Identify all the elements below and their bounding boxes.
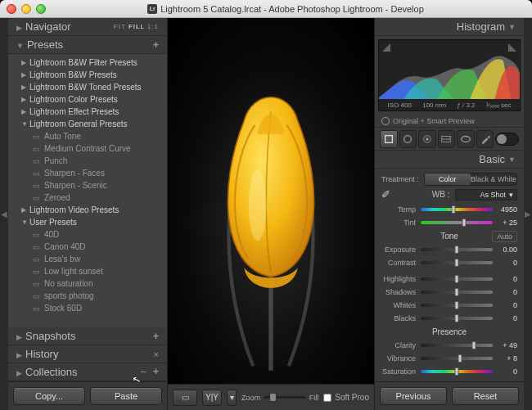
- contrast-value[interactable]: 0: [493, 259, 517, 267]
- preset-item[interactable]: ▭Sharpen - Scenic: [8, 179, 167, 191]
- preset-item[interactable]: ▭Canon 40D: [8, 241, 167, 253]
- soft-proof-checkbox[interactable]: [323, 394, 331, 402]
- preset-item[interactable]: ▭Stock 60D: [8, 302, 167, 314]
- add-collection-button[interactable]: +: [153, 366, 159, 378]
- loupe-view-button[interactable]: ▭: [173, 390, 197, 406]
- preset-folder[interactable]: ▶Lightroom B&W Presets: [8, 69, 167, 81]
- tint-slider[interactable]: [421, 221, 493, 224]
- highlights-slider[interactable]: [421, 277, 493, 281]
- snapshots-header[interactable]: ▶Snapshots +: [8, 327, 167, 345]
- graduated-filter-tool[interactable]: [438, 130, 456, 148]
- exposure-value[interactable]: 0.00: [493, 246, 517, 254]
- clarity-slider[interactable]: [421, 344, 493, 347]
- image-preview[interactable]: [168, 18, 374, 384]
- collections-header[interactable]: ▶Collections − +: [8, 363, 167, 381]
- vibrance-value[interactable]: + 8: [493, 354, 517, 363]
- shadows-slider[interactable]: [421, 291, 493, 294]
- preset-item[interactable]: ▭sports photog: [8, 290, 167, 302]
- blacks-value[interactable]: 0: [493, 314, 517, 322]
- left-edge-expand[interactable]: ◀: [0, 18, 8, 410]
- soft-proof-toggle[interactable]: Soft Proo: [323, 393, 369, 402]
- before-after-button[interactable]: Y|Y: [202, 390, 222, 406]
- saturation-value[interactable]: 0: [493, 367, 517, 376]
- blacks-slider[interactable]: [421, 317, 493, 320]
- presets-header[interactable]: ▼Presets +: [8, 36, 167, 54]
- temp-value[interactable]: 4950: [493, 205, 517, 214]
- slider-thumb[interactable]: [455, 314, 459, 322]
- panel-switch[interactable]: [495, 133, 519, 146]
- exposure-slider[interactable]: [421, 248, 493, 251]
- slider-thumb[interactable]: [455, 288, 459, 296]
- vibrance-slider[interactable]: [421, 357, 493, 360]
- preset-item[interactable]: ▭Punch: [8, 155, 167, 167]
- red-eye-tool[interactable]: [418, 130, 436, 148]
- zoom-button[interactable]: [36, 4, 46, 14]
- copy-button[interactable]: Copy...: [13, 387, 85, 405]
- shadows-value[interactable]: 0: [493, 288, 517, 296]
- add-preset-button[interactable]: +: [153, 39, 159, 51]
- preset-item[interactable]: ▭Low light sunset: [8, 265, 167, 277]
- treatment-color[interactable]: Color: [425, 173, 471, 185]
- preset-item[interactable]: ▭40D: [8, 228, 167, 241]
- histogram-display[interactable]: ISO 400 100 mm ƒ / 3.2 ¹⁄₅₀₀₀ sec: [378, 39, 521, 111]
- collections-minus-button[interactable]: −: [140, 366, 147, 378]
- close-button[interactable]: [7, 4, 16, 14]
- preset-folder[interactable]: ▶Lightroom Video Presets: [8, 204, 167, 216]
- nav-fill[interactable]: FILL: [128, 23, 145, 30]
- radial-filter-tool[interactable]: [457, 130, 475, 148]
- adjustment-brush-tool[interactable]: [476, 130, 494, 148]
- navigator-zoom-options[interactable]: FIT FILL 1:1: [114, 23, 159, 30]
- slider-thumb[interactable]: [455, 301, 459, 309]
- nav-11[interactable]: 1:1: [147, 23, 159, 30]
- auto-tone-button[interactable]: Auto: [492, 231, 517, 242]
- spot-removal-tool[interactable]: [399, 130, 417, 148]
- contrast-slider[interactable]: [421, 261, 493, 264]
- slider-thumb[interactable]: [472, 341, 476, 349]
- histogram-header[interactable]: Histogram ▼: [375, 18, 524, 36]
- wb-preset-dropdown[interactable]: As Shot▾: [455, 189, 518, 200]
- history-header[interactable]: ▶History ×: [8, 345, 167, 363]
- preset-folder[interactable]: ▼Lightroom General Presets: [8, 118, 167, 130]
- slider-thumb[interactable]: [455, 246, 459, 254]
- whites-value[interactable]: 0: [493, 301, 517, 309]
- tint-value[interactable]: + 25: [493, 219, 517, 227]
- slider-thumb[interactable]: [462, 219, 466, 227]
- slider-thumb[interactable]: [455, 275, 459, 283]
- preset-folder[interactable]: ▶Lightroom Effect Presets: [8, 106, 167, 118]
- preset-folder[interactable]: ▶Lightroom Color Presets: [8, 93, 167, 106]
- highlights-value[interactable]: 0: [493, 275, 517, 283]
- saturation-slider[interactable]: [421, 370, 493, 373]
- basic-header[interactable]: Basic ▼: [375, 151, 524, 169]
- zoom-slider[interactable]: Zoom Fill: [241, 394, 318, 402]
- previous-button[interactable]: Previous: [380, 387, 447, 405]
- clear-history-button[interactable]: ×: [154, 349, 159, 359]
- right-edge-expand[interactable]: ▶: [524, 18, 532, 410]
- add-snapshot-button[interactable]: +: [153, 331, 159, 342]
- reset-button[interactable]: Reset: [452, 387, 519, 405]
- preset-folder[interactable]: ▼User Presets: [8, 216, 167, 228]
- shadow-clip-indicator[interactable]: [382, 43, 390, 52]
- preset-item[interactable]: ▭Sharpen - Faces: [8, 167, 167, 179]
- zoom-thumb[interactable]: [270, 394, 276, 401]
- preset-item[interactable]: ▭Medium Contrast Curve: [8, 142, 167, 155]
- minimize-button[interactable]: [21, 4, 31, 14]
- treatment-segmented[interactable]: Color Black & White: [424, 173, 517, 186]
- highlight-clip-indicator[interactable]: [508, 43, 516, 52]
- treatment-bw[interactable]: Black & White: [471, 173, 516, 185]
- slider-thumb[interactable]: [455, 259, 459, 267]
- slider-thumb[interactable]: [455, 367, 459, 376]
- preset-folder[interactable]: ▶Lightroom B&W Toned Presets: [8, 81, 167, 93]
- clarity-value[interactable]: + 49: [493, 341, 517, 349]
- preset-item[interactable]: ▭Zeroed: [8, 191, 167, 204]
- zoom-track[interactable]: [264, 396, 306, 399]
- wb-dropper-tool[interactable]: ✐: [381, 188, 390, 200]
- slider-thumb[interactable]: [458, 354, 462, 363]
- temp-slider[interactable]: [421, 208, 493, 211]
- crop-tool[interactable]: [380, 130, 398, 148]
- slider-thumb[interactable]: [451, 205, 455, 214]
- before-after-menu[interactable]: ▾: [227, 390, 237, 406]
- nav-fit[interactable]: FIT: [114, 23, 126, 30]
- preview-source-indicator[interactable]: Original + Smart Preview: [375, 115, 524, 128]
- preset-folder[interactable]: ▶Lightroom B&W Filter Presets: [8, 56, 167, 69]
- preset-item[interactable]: ▭Lesa's bw: [8, 253, 167, 265]
